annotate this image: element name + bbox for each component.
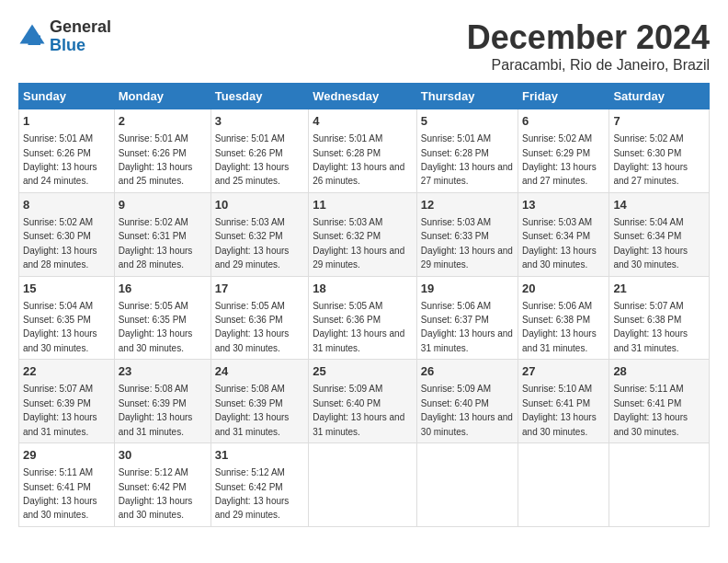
sunset-info: Sunset: 6:32 PM xyxy=(215,231,283,241)
day-number: 30 xyxy=(119,447,207,464)
day-cell: 1 Sunrise: 5:01 AM Sunset: 6:26 PM Dayli… xyxy=(19,109,115,193)
day-number: 17 xyxy=(215,281,304,297)
week-row-1: 1 Sunrise: 5:01 AM Sunset: 6:26 PM Dayli… xyxy=(19,109,710,193)
day-cell: 3 Sunrise: 5:01 AM Sunset: 6:26 PM Dayli… xyxy=(210,109,308,193)
day-number: 2 xyxy=(119,113,207,130)
logo: General Blue xyxy=(18,18,111,55)
sunset-info: Sunset: 6:28 PM xyxy=(313,148,381,158)
day-cell: 29 Sunrise: 5:11 AM Sunset: 6:41 PM Dayl… xyxy=(19,443,115,527)
day-cell: 17 Sunrise: 5:05 AM Sunset: 6:36 PM Dayl… xyxy=(210,276,308,360)
day-cell: 27 Sunrise: 5:10 AM Sunset: 6:41 PM Dayl… xyxy=(518,360,609,443)
day-cell: 25 Sunrise: 5:09 AM Sunset: 6:40 PM Dayl… xyxy=(309,360,417,443)
day-number: 26 xyxy=(421,363,514,380)
sunrise-info: Sunrise: 5:04 AM xyxy=(613,217,683,227)
daylight-info: Daylight: 13 hours and 31 minutes. xyxy=(421,328,513,352)
sunset-info: Sunset: 6:32 PM xyxy=(313,231,381,241)
day-cell: 19 Sunrise: 5:06 AM Sunset: 6:37 PM Dayl… xyxy=(416,276,518,360)
column-header-tuesday: Tuesday xyxy=(210,84,308,109)
day-number: 27 xyxy=(522,363,605,380)
sunset-info: Sunset: 6:26 PM xyxy=(23,148,91,158)
day-number: 25 xyxy=(313,363,413,380)
day-cell: 14 Sunrise: 5:04 AM Sunset: 6:34 PM Dayl… xyxy=(609,192,710,276)
day-cell: 9 Sunrise: 5:02 AM Sunset: 6:31 PM Dayli… xyxy=(114,192,210,276)
day-number: 7 xyxy=(613,113,705,130)
daylight-info: Daylight: 13 hours and 27 minutes. xyxy=(613,162,688,186)
day-cell: 24 Sunrise: 5:08 AM Sunset: 6:39 PM Dayl… xyxy=(210,360,308,443)
sunset-info: Sunset: 6:38 PM xyxy=(613,315,681,325)
day-cell: 4 Sunrise: 5:01 AM Sunset: 6:28 PM Dayli… xyxy=(309,109,417,193)
day-number: 12 xyxy=(421,197,514,213)
daylight-info: Daylight: 13 hours and 31 minutes. xyxy=(313,328,404,352)
sunset-info: Sunset: 6:29 PM xyxy=(522,148,590,158)
day-number: 19 xyxy=(421,281,514,297)
sunset-info: Sunset: 6:40 PM xyxy=(313,398,381,408)
day-cell xyxy=(309,443,417,527)
daylight-info: Daylight: 13 hours and 31 minutes. xyxy=(313,412,404,436)
column-header-monday: Monday xyxy=(114,84,210,109)
sunrise-info: Sunrise: 5:02 AM xyxy=(23,217,93,227)
sunset-info: Sunset: 6:38 PM xyxy=(522,315,590,325)
sunrise-info: Sunrise: 5:02 AM xyxy=(119,217,188,227)
sunrise-info: Sunrise: 5:01 AM xyxy=(421,133,491,144)
sunrise-info: Sunrise: 5:09 AM xyxy=(313,384,382,394)
week-row-2: 8 Sunrise: 5:02 AM Sunset: 6:30 PM Dayli… xyxy=(19,192,710,276)
day-cell: 26 Sunrise: 5:09 AM Sunset: 6:40 PM Dayl… xyxy=(416,360,518,443)
sunset-info: Sunset: 6:34 PM xyxy=(613,231,681,241)
day-number: 22 xyxy=(23,363,110,380)
svg-marker-1 xyxy=(28,35,41,45)
day-number: 13 xyxy=(522,197,605,213)
day-cell: 31 Sunrise: 5:12 AM Sunset: 6:42 PM Dayl… xyxy=(210,443,308,527)
day-cell: 13 Sunrise: 5:03 AM Sunset: 6:34 PM Dayl… xyxy=(518,192,609,276)
day-cell xyxy=(609,443,710,527)
column-header-saturday: Saturday xyxy=(609,84,710,109)
daylight-info: Daylight: 13 hours and 27 minutes. xyxy=(522,162,597,186)
sunrise-info: Sunrise: 5:03 AM xyxy=(522,217,592,227)
sunrise-info: Sunrise: 5:08 AM xyxy=(215,384,285,394)
day-number: 14 xyxy=(613,197,705,213)
logo-blue-text: Blue xyxy=(50,36,85,54)
day-number: 3 xyxy=(215,113,304,130)
daylight-info: Daylight: 13 hours and 27 minutes. xyxy=(421,162,513,186)
day-cell: 8 Sunrise: 5:02 AM Sunset: 6:30 PM Dayli… xyxy=(19,192,115,276)
sunset-info: Sunset: 6:35 PM xyxy=(119,315,187,325)
day-cell: 5 Sunrise: 5:01 AM Sunset: 6:28 PM Dayli… xyxy=(416,109,518,193)
daylight-info: Daylight: 13 hours and 30 minutes. xyxy=(23,328,97,352)
day-number: 18 xyxy=(313,281,413,297)
column-header-sunday: Sunday xyxy=(19,84,115,109)
daylight-info: Daylight: 13 hours and 31 minutes. xyxy=(119,412,193,436)
daylight-info: Daylight: 13 hours and 31 minutes. xyxy=(522,328,597,352)
sunrise-info: Sunrise: 5:10 AM xyxy=(522,384,592,394)
sunset-info: Sunset: 6:26 PM xyxy=(215,148,283,158)
sunset-info: Sunset: 6:42 PM xyxy=(119,482,187,492)
daylight-info: Daylight: 13 hours and 30 minutes. xyxy=(215,328,290,352)
sunrise-info: Sunrise: 5:12 AM xyxy=(119,467,188,477)
sunrise-info: Sunrise: 5:06 AM xyxy=(522,301,592,311)
sunset-info: Sunset: 6:37 PM xyxy=(421,315,489,325)
page-header: General Blue December 2024 Paracambi, Ri… xyxy=(18,18,710,74)
sunset-info: Sunset: 6:26 PM xyxy=(119,148,187,158)
week-row-4: 22 Sunrise: 5:07 AM Sunset: 6:39 PM Dayl… xyxy=(19,360,710,443)
daylight-info: Daylight: 13 hours and 30 minutes. xyxy=(613,412,688,436)
day-number: 11 xyxy=(313,197,413,213)
sunrise-info: Sunrise: 5:06 AM xyxy=(421,301,491,311)
sunset-info: Sunset: 6:36 PM xyxy=(215,315,283,325)
title-section: December 2024 Paracambi, Rio de Janeiro,… xyxy=(467,18,710,74)
sunrise-info: Sunrise: 5:05 AM xyxy=(215,301,285,311)
calendar-title: December 2024 xyxy=(467,18,710,57)
sunset-info: Sunset: 6:40 PM xyxy=(421,398,489,408)
sunset-info: Sunset: 6:34 PM xyxy=(522,231,590,241)
day-number: 6 xyxy=(522,113,605,130)
sunset-info: Sunset: 6:41 PM xyxy=(613,398,681,408)
daylight-info: Daylight: 13 hours and 31 minutes. xyxy=(613,328,688,352)
daylight-info: Daylight: 13 hours and 30 minutes. xyxy=(421,412,513,436)
day-cell: 18 Sunrise: 5:05 AM Sunset: 6:36 PM Dayl… xyxy=(309,276,417,360)
column-header-wednesday: Wednesday xyxy=(309,84,417,109)
daylight-info: Daylight: 13 hours and 31 minutes. xyxy=(215,412,290,436)
sunset-info: Sunset: 6:35 PM xyxy=(23,315,91,325)
daylight-info: Daylight: 13 hours and 26 minutes. xyxy=(313,162,404,186)
sunset-info: Sunset: 6:33 PM xyxy=(421,231,489,241)
column-header-friday: Friday xyxy=(518,84,609,109)
logo-general-text: General xyxy=(50,17,111,36)
sunrise-info: Sunrise: 5:07 AM xyxy=(23,384,93,394)
daylight-info: Daylight: 13 hours and 25 minutes. xyxy=(215,162,290,186)
